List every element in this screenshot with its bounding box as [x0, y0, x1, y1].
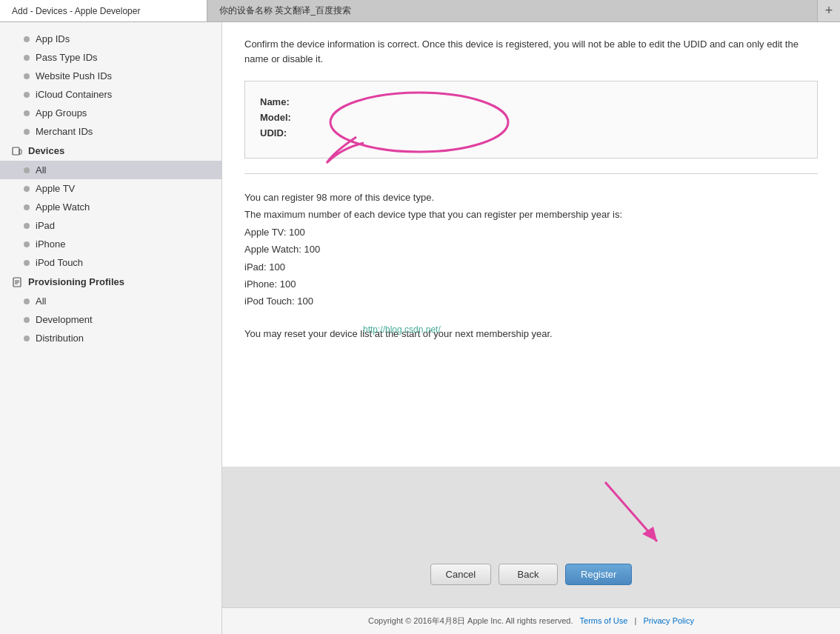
dot-icon	[24, 204, 30, 210]
dot-icon	[24, 55, 30, 61]
profiles-icon	[12, 277, 22, 287]
dot-icon	[24, 110, 30, 116]
dot-icon	[24, 223, 30, 229]
dot-icon	[24, 92, 30, 98]
sidebar-item-all-profiles[interactable]: All	[0, 292, 221, 310]
confirm-text: Confirm the device information is correc…	[244, 37, 818, 66]
device-model-label: Model:	[260, 112, 304, 123]
sidebar-item-icloud-containers[interactable]: iCloud Containers	[0, 85, 221, 104]
dot-icon	[24, 336, 30, 341]
arrow-svg	[590, 475, 679, 556]
register-button[interactable]: Register	[565, 564, 632, 585]
dot-icon	[24, 73, 30, 79]
reset-text: You may reset your device list at the st…	[244, 325, 818, 342]
sidebar-item-ipod-touch[interactable]: iPod Touch	[0, 253, 221, 272]
sidebar-item-website-push-ids[interactable]: Website Push IDs	[0, 67, 221, 85]
svg-marker-8	[642, 527, 657, 541]
device-name-row: Name:	[260, 96, 802, 107]
buttons-row: Cancel Back Register	[222, 564, 840, 585]
cancel-button[interactable]: Cancel	[430, 564, 491, 585]
sidebar-item-distribution[interactable]: Distribution	[0, 329, 221, 347]
sidebar-item-development[interactable]: Development	[0, 310, 221, 329]
sidebar: App IDs Pass Type IDs Website Push IDs i…	[0, 22, 222, 634]
divider	[244, 173, 818, 174]
footer-terms-link[interactable]: Terms of Use	[580, 616, 628, 625]
tab-inactive-label: 你的设备名称 英文翻译_百度搜索	[219, 4, 351, 17]
reg-iphone: iPhone: 100	[244, 276, 818, 293]
footer-separator: |	[634, 616, 636, 625]
device-info-box: Name: Model: UDID:	[244, 81, 818, 158]
browser-bar: Add - Devices - Apple Developer 你的设备名称 英…	[0, 0, 840, 22]
dot-icon	[24, 36, 30, 42]
arrow-annotation	[222, 475, 840, 564]
tab-active[interactable]: Add - Devices - Apple Developer	[0, 0, 207, 21]
dot-icon	[24, 167, 30, 173]
new-tab-button[interactable]: +	[818, 0, 840, 21]
tab-active-label: Add - Devices - Apple Developer	[12, 6, 140, 16]
reg-line2: The maximum number of each device type t…	[244, 206, 818, 223]
device-model-row: Model:	[260, 112, 802, 123]
dot-icon	[24, 186, 30, 192]
sidebar-item-apple-watch[interactable]: Apple Watch	[0, 198, 221, 216]
content-main: Confirm the device information is correc…	[222, 22, 840, 467]
dot-icon	[24, 129, 30, 135]
page-footer: Copyright © 2016年4月8日 Apple Inc. All rig…	[222, 607, 840, 634]
device-udid-row: UDID:	[260, 127, 802, 139]
sidebar-item-all-devices[interactable]: All	[0, 161, 221, 179]
reg-apple-tv: Apple TV: 100	[244, 224, 818, 241]
reg-ipod-touch: iPod Touch: 100	[244, 293, 818, 310]
tab-inactive[interactable]: 你的设备名称 英文翻译_百度搜索	[207, 0, 818, 21]
content-area: Confirm the device information is correc…	[222, 22, 840, 634]
dot-icon	[24, 260, 30, 266]
svg-rect-0	[13, 147, 19, 155]
sidebar-item-apple-tv[interactable]: Apple TV	[0, 179, 221, 198]
dot-icon	[24, 298, 30, 304]
footer-copyright: Copyright © 2016年4月8日 Apple Inc. All rig…	[368, 616, 573, 625]
device-name-label: Name:	[260, 96, 304, 107]
svg-rect-1	[19, 150, 21, 154]
sidebar-section-devices[interactable]: Devices	[0, 141, 221, 161]
sidebar-item-iphone[interactable]: iPhone	[0, 235, 221, 253]
back-button[interactable]: Back	[499, 564, 558, 585]
sidebar-item-app-groups[interactable]: App Groups	[0, 104, 221, 122]
reg-ipad: iPad: 100	[244, 258, 818, 276]
sidebar-item-pass-type-ids[interactable]: Pass Type IDs	[0, 48, 221, 67]
dot-icon	[24, 241, 30, 247]
reg-apple-watch: Apple Watch: 100	[244, 241, 818, 258]
footer-privacy-link[interactable]: Privacy Policy	[644, 616, 694, 625]
reg-line1: You can register 98 more of this device …	[244, 189, 818, 206]
content-footer-area: Cancel Back Register	[222, 467, 840, 607]
sidebar-section-profiles[interactable]: Provisioning Profiles	[0, 272, 221, 292]
registration-info: You can register 98 more of this device …	[244, 189, 818, 310]
main-container: App IDs Pass Type IDs Website Push IDs i…	[0, 22, 840, 634]
sidebar-item-ipad[interactable]: iPad	[0, 216, 221, 235]
sidebar-item-merchant-ids[interactable]: Merchant IDs	[0, 122, 221, 141]
devices-icon	[12, 146, 22, 156]
device-udid-label: UDID:	[260, 127, 304, 139]
dot-icon	[24, 317, 30, 323]
sidebar-item-app-ids[interactable]: App IDs	[0, 30, 221, 48]
